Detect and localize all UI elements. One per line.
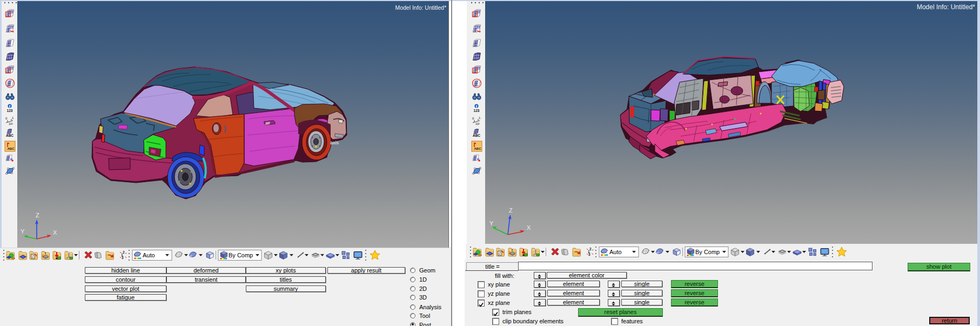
svg-text:X: X [527,224,531,231]
svg-text:Z: Z [36,212,39,218]
svg-text:Y: Y [489,220,494,227]
svg-text:Z: Z [509,207,513,214]
svg-text:Y: Y [21,228,25,235]
svg-text:X: X [53,229,57,236]
